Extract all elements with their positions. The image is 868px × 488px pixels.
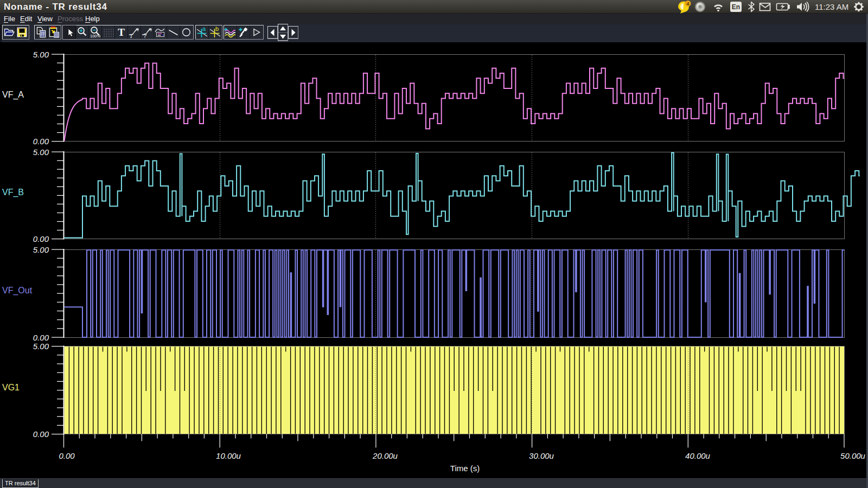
svg-text:4: 4	[686, 1, 689, 7]
svg-text:100%: 100%	[90, 34, 101, 38]
svg-text:?: ?	[143, 33, 146, 39]
svg-text:T: T	[118, 27, 125, 38]
svg-text:b: b	[215, 25, 219, 32]
svg-text:a: a	[202, 25, 206, 32]
svg-text:En: En	[732, 3, 740, 11]
